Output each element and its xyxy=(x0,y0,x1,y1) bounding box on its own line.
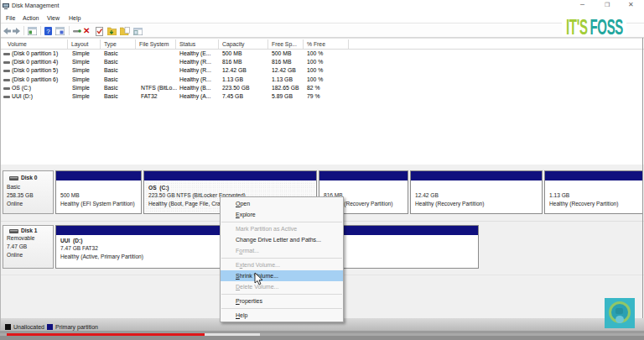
svg-text:?: ? xyxy=(46,28,50,35)
